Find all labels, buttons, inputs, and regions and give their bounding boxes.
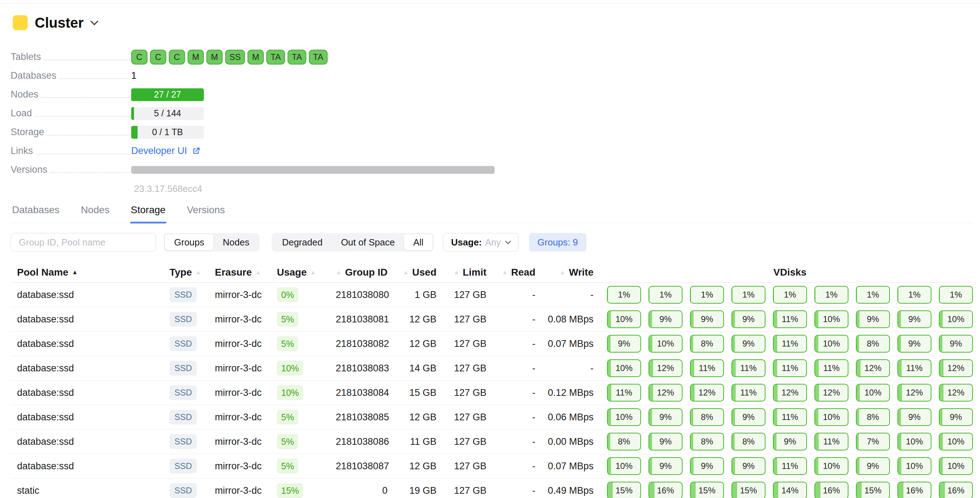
vdisk[interactable]: 11% (690, 359, 724, 377)
column-header-read[interactable]: ▲Read (487, 267, 535, 278)
vdisk[interactable]: 16% (649, 482, 682, 498)
vdisk[interactable]: 8% (690, 433, 724, 450)
table-row[interactable]: database:ssdSSDmirror-3-dc5%218103808112… (11, 307, 973, 332)
vdisk[interactable]: 16% (815, 482, 848, 498)
vdisk[interactable]: 11% (773, 457, 807, 475)
tablet-badge[interactable]: TA (288, 50, 306, 65)
vdisk[interactable]: 1% (897, 286, 931, 304)
vdisk[interactable]: 9% (939, 335, 973, 353)
vdisk[interactable]: 9% (732, 408, 765, 426)
column-header-erasure[interactable]: Erasure▲ (215, 267, 277, 278)
vdisk[interactable]: 15% (732, 482, 765, 498)
vdisk[interactable]: 12% (897, 384, 931, 401)
segment-option-groups[interactable]: Groups (165, 234, 213, 250)
vdisk[interactable]: 1% (607, 286, 641, 304)
vdisk[interactable]: 11% (732, 384, 765, 401)
table-row[interactable]: database:ssdSSDmirror-3-dc10%21810380831… (11, 356, 973, 380)
vdisk[interactable]: 9% (773, 433, 807, 450)
vdisk[interactable]: 9% (897, 408, 931, 426)
vdisk[interactable]: 14% (773, 482, 807, 498)
column-header-used[interactable]: ▲Used (388, 267, 436, 278)
vdisk[interactable]: 10% (897, 457, 931, 475)
vdisk[interactable]: 8% (856, 408, 890, 426)
vdisk[interactable]: 1% (690, 286, 724, 304)
table-row[interactable]: staticSSDmirror-3-dc15%019 GB127 GB-0.49… (11, 479, 973, 498)
vdisk[interactable]: 1% (939, 286, 973, 304)
column-header-write[interactable]: ▲Write (535, 267, 593, 278)
vdisk[interactable]: 10% (939, 433, 973, 450)
chevron-down-icon[interactable] (90, 18, 98, 25)
vdisk[interactable]: 1% (773, 286, 807, 304)
vdisk[interactable]: 9% (856, 457, 890, 475)
vdisk[interactable]: 8% (856, 335, 890, 353)
vdisk[interactable]: 9% (732, 335, 765, 353)
tab-versions[interactable]: Versions (186, 204, 226, 223)
vdisk[interactable]: 11% (773, 310, 807, 328)
vdisk[interactable]: 10% (815, 408, 848, 426)
column-header-group[interactable]: ▲Group ID (336, 267, 388, 278)
vdisk[interactable]: 9% (649, 433, 682, 450)
tablet-badge[interactable]: C (131, 50, 148, 65)
vdisk[interactable]: 9% (649, 408, 682, 426)
tablet-badge[interactable]: C (169, 50, 185, 65)
vdisk[interactable]: 12% (939, 384, 973, 401)
vdisk[interactable]: 10% (897, 433, 931, 450)
column-header-pool[interactable]: Pool Name▲ (17, 267, 169, 278)
vdisk[interactable]: 10% (939, 457, 973, 475)
tablet-badge[interactable]: TA (266, 50, 285, 65)
vdisk[interactable]: 12% (856, 359, 890, 377)
table-row[interactable]: database:ssdSSDmirror-3-dc0%21810380801 … (11, 283, 973, 307)
vdisk[interactable]: 16% (897, 482, 931, 498)
vdisk[interactable]: 10% (607, 359, 641, 377)
vdisk[interactable]: 9% (732, 310, 765, 328)
vdisk[interactable]: 9% (649, 457, 682, 475)
tab-storage[interactable]: Storage (130, 204, 166, 223)
vdisk[interactable]: 7% (856, 433, 890, 450)
vdisk[interactable]: 12% (649, 359, 682, 377)
vdisk[interactable]: 8% (732, 433, 765, 450)
vdisk[interactable]: 12% (690, 384, 724, 401)
vdisk[interactable]: 10% (856, 384, 890, 401)
vdisk[interactable]: 11% (815, 433, 848, 450)
vdisk[interactable]: 9% (732, 457, 765, 475)
tab-nodes[interactable]: Nodes (80, 204, 110, 223)
tablet-badge[interactable]: SS (225, 50, 245, 65)
tablet-badge[interactable]: M (188, 50, 204, 65)
tab-databases[interactable]: Databases (11, 204, 60, 223)
vdisk[interactable]: 16% (939, 482, 973, 498)
vdisk[interactable]: 8% (690, 408, 724, 426)
vdisk[interactable]: 11% (897, 359, 931, 377)
vdisk[interactable]: 15% (856, 482, 890, 498)
vdisk[interactable]: 11% (732, 359, 765, 377)
vdisk[interactable]: 10% (939, 310, 973, 328)
vdisk[interactable]: 8% (607, 433, 641, 450)
tablet-badge[interactable]: TA (309, 50, 328, 65)
vdisk[interactable]: 9% (690, 457, 724, 475)
column-header-usage[interactable]: Usage▲ (277, 267, 336, 278)
vdisk[interactable]: 10% (649, 335, 682, 353)
table-row[interactable]: database:ssdSSDmirror-3-dc5%218103808611… (11, 430, 973, 454)
usage-filter-dropdown[interactable]: Usage: Any (443, 233, 519, 251)
table-row[interactable]: database:ssdSSDmirror-3-dc10%21810380841… (11, 380, 973, 405)
vdisk[interactable]: 12% (773, 384, 807, 401)
vdisk[interactable]: 1% (856, 286, 890, 304)
vdisk[interactable]: 9% (607, 335, 641, 353)
vdisk[interactable]: 9% (856, 310, 890, 328)
vdisk[interactable]: 8% (690, 335, 724, 353)
vdisk[interactable]: 11% (815, 359, 848, 377)
tablet-badge[interactable]: C (150, 50, 166, 65)
vdisk[interactable]: 9% (939, 408, 973, 426)
vdisk[interactable]: 15% (690, 482, 724, 498)
segment-option-all[interactable]: All (404, 234, 433, 250)
tablet-badge[interactable]: M (248, 50, 264, 65)
vdisk[interactable]: 9% (690, 310, 724, 328)
search-input[interactable] (11, 233, 156, 251)
version-bar-segment[interactable] (131, 166, 495, 174)
vdisk[interactable]: 11% (773, 408, 807, 426)
column-header-type[interactable]: Type▲ (169, 267, 215, 278)
vdisk[interactable]: 9% (897, 310, 931, 328)
developer-ui-link[interactable]: Developer UI (131, 145, 201, 156)
table-row[interactable]: database:ssdSSDmirror-3-dc5%218103808712… (11, 454, 973, 479)
vdisk[interactable]: 10% (815, 457, 848, 475)
vdisk[interactable]: 11% (607, 384, 641, 401)
